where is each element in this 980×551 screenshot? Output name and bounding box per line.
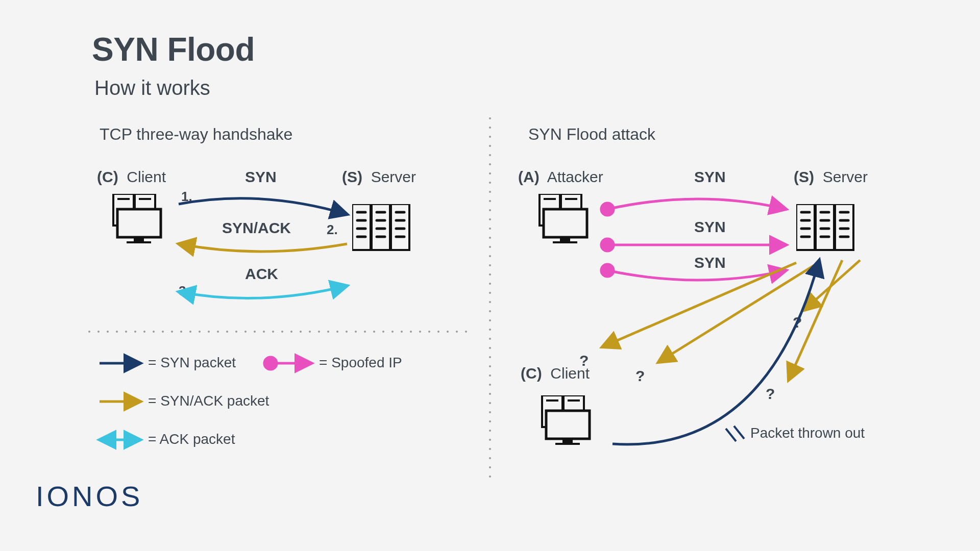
- server-label-text-right: Server: [823, 168, 868, 185]
- server-tag-text-right: (S): [794, 168, 814, 185]
- server-label-left: (S) Server: [342, 168, 416, 186]
- server-icon: [352, 204, 416, 255]
- step-2: 2.: [327, 222, 338, 238]
- client-icon: [107, 194, 171, 250]
- brand-logo: IONOS: [36, 480, 143, 513]
- synack-label: SYN/ACK: [222, 219, 291, 237]
- page-subtitle: How it works: [94, 77, 210, 99]
- svg-line-27: [658, 265, 814, 362]
- svg-line-30: [726, 429, 736, 441]
- client-label-text: Client: [127, 168, 166, 185]
- legend-synack: = SYN/ACK packet: [148, 393, 269, 409]
- attacker-label-text: Attacker: [547, 168, 603, 185]
- legend-spoofed: = Spoofed IP: [319, 355, 402, 371]
- qmark-4: ?: [766, 385, 775, 403]
- client-tag-text-right: (C): [521, 365, 542, 382]
- server-icon-right: [796, 204, 860, 255]
- legend-ack: = ACK packet: [148, 431, 235, 447]
- qmark-1: ?: [579, 352, 589, 369]
- attacker-tag-text: (A): [518, 168, 540, 185]
- thrown-out-label: Packet thrown out: [750, 425, 865, 441]
- qmark-3: ?: [793, 314, 802, 331]
- server-label-right: (S) Server: [794, 168, 868, 186]
- svg-line-26: [602, 263, 796, 347]
- syn-label: SYN: [245, 168, 277, 186]
- svg-line-31: [734, 426, 744, 439]
- ack-label: ACK: [245, 265, 278, 283]
- server-label-text-left: Server: [371, 168, 416, 185]
- attacker-label: (A) Attacker: [518, 168, 603, 186]
- client-tag-text: (C): [97, 168, 118, 185]
- server-tag-text-left: (S): [342, 168, 362, 185]
- svg-line-29: [804, 260, 860, 310]
- qmark-2: ?: [635, 367, 645, 385]
- legend-syn: = SYN packet: [148, 355, 236, 371]
- syn-label-1: SYN: [694, 168, 726, 186]
- section-title-left: TCP three-way handshake: [100, 125, 292, 144]
- attacker-icon: [533, 194, 597, 250]
- page-title: SYN Flood: [92, 31, 255, 68]
- syn-label-2: SYN: [694, 218, 726, 236]
- step-1: 1.: [181, 189, 192, 205]
- client-label: (C) Client: [97, 168, 166, 186]
- syn-label-3: SYN: [694, 254, 726, 271]
- client-icon-right: [536, 395, 600, 452]
- step-3: 3.: [179, 283, 190, 299]
- section-title-right: SYN Flood attack: [528, 125, 655, 144]
